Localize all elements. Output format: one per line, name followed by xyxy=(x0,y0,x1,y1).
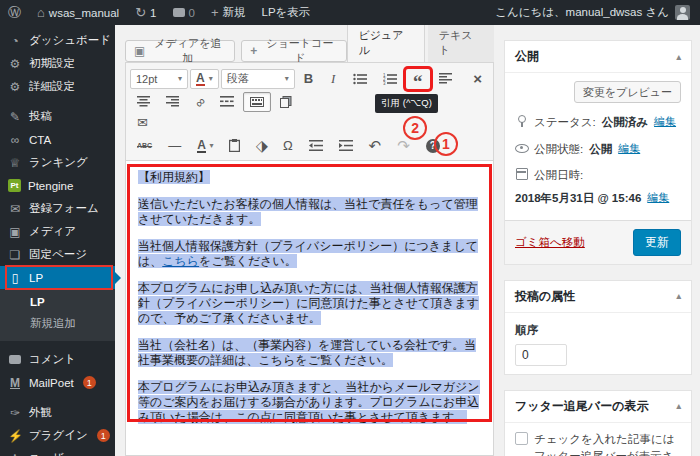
sidebar-item-appearance[interactable]: ✑外観 xyxy=(0,401,115,424)
edit-status-link[interactable]: 編集 xyxy=(654,114,676,130)
underline-a-icon: A xyxy=(197,139,206,153)
updates-count: 1 xyxy=(150,7,156,19)
bold-button[interactable]: B xyxy=(297,69,320,89)
order-input[interactable] xyxy=(515,344,567,366)
visibility-eye-icon xyxy=(515,141,528,154)
copy-pages-icon[interactable] xyxy=(273,92,299,112)
sidebar-item-ptengine[interactable]: PtPtengine xyxy=(0,174,115,197)
paragraph: 本プログラムにお申し込み頂いた方には、当社個人情報保護方針（プライバシーポリシー… xyxy=(138,281,479,325)
comments-count: 0 xyxy=(189,7,195,19)
sidebar-item-mailpoet[interactable]: MMailPoet1 xyxy=(0,371,115,394)
chevron-down-icon: ▾ xyxy=(178,74,182,83)
updates-menu[interactable]: ↻ 1 xyxy=(127,0,164,25)
sidebar-item-posts[interactable]: ✎投稿 xyxy=(0,105,115,128)
site-name: wsas_manual xyxy=(49,7,119,19)
more-tag-button[interactable] xyxy=(213,92,241,112)
award-icon: ♕ xyxy=(8,157,22,169)
add-media-button[interactable]: ▣ メディアを追加 xyxy=(125,40,235,62)
new-content-menu[interactable]: + 新規 xyxy=(203,0,254,25)
visibility-value: 公開 xyxy=(589,141,612,158)
paragraph: 当社（会社名）は、（事業内容）を運営している会社です。当社事業概要の詳細は、こち… xyxy=(138,338,476,367)
publish-panel-header[interactable]: 公開 ▴ xyxy=(505,41,691,73)
sidebar-item-ranking[interactable]: ♕ランキング xyxy=(0,151,115,174)
editor-content[interactable]: 【利用規約】 送信いただいたお客様の個人情報は、当社で責任をもって管理させていた… xyxy=(125,161,494,456)
view-lp-menu[interactable]: LPを表示 xyxy=(254,0,319,25)
text-color-button[interactable]: A ▾ xyxy=(190,136,220,156)
attributes-panel-header[interactable]: 投稿の属性 ▴ xyxy=(505,281,691,313)
media-icon: ▣ xyxy=(134,44,145,58)
edit-visibility-link[interactable]: 編集 xyxy=(618,141,640,157)
footer-bar-checkbox[interactable] xyxy=(515,432,528,445)
sidebar-item-dashboard[interactable]: ◔ダッシュボード xyxy=(0,29,115,52)
site-name-menu[interactable]: ⌂ wsas_manual xyxy=(29,0,127,25)
edit-date-link[interactable]: 編集 xyxy=(647,190,669,206)
publish-column: 公開 ▴ 変更をプレビュー ステータス: 公開済み 編集 公開状態: 公開 編集 xyxy=(504,35,692,456)
indent-button[interactable] xyxy=(332,136,360,156)
horizontal-rule-button[interactable]: — xyxy=(161,136,188,156)
fullscreen-icon[interactable]: × xyxy=(466,69,489,89)
align-right-button[interactable] xyxy=(159,92,186,112)
font-size-select[interactable]: 12pt▾ xyxy=(130,69,188,89)
submenu-item-add-new[interactable]: 新規追加 xyxy=(0,312,115,335)
blockquote-button[interactable]: “ xyxy=(406,69,430,89)
current-item-arrow xyxy=(115,272,121,284)
italic-button[interactable]: I xyxy=(322,69,344,89)
envelope-icon: ✉ xyxy=(8,203,22,215)
collapse-icon[interactable]: ▴ xyxy=(676,291,681,301)
avatar[interactable] xyxy=(675,5,690,20)
sidebar-item-comments[interactable]: コメント xyxy=(0,348,115,371)
main-content: 1 ▣ メディアを追加 + ショートコード ビジュアル テキスト 12pt▾ xyxy=(115,25,700,456)
publish-date-value: 2018年5月31日 @ 15:46 xyxy=(515,190,641,207)
sidebar-item-media[interactable]: ▣メディア xyxy=(0,220,115,243)
toolbar-toggle-button[interactable] xyxy=(243,92,271,112)
howdy-text[interactable]: こんにちは、manual_dwsas さん xyxy=(495,5,669,20)
wp-logo-menu[interactable]: Ⓦ xyxy=(0,0,29,25)
wordpress-logo-icon: Ⓦ xyxy=(8,6,21,19)
dashboard-icon: ◔ xyxy=(8,35,22,47)
sidebar-item-pages[interactable]: ❏固定ページ xyxy=(0,243,115,266)
numbered-list-button[interactable]: 123 xyxy=(376,69,404,89)
tab-text[interactable]: テキスト xyxy=(428,25,494,63)
tab-visual[interactable]: ビジュアル xyxy=(347,25,424,63)
blockquote-tooltip: 引用 (^⌥Q) xyxy=(375,94,438,113)
status-pin-icon xyxy=(515,114,528,127)
privacy-policy-link[interactable]: こちら xyxy=(162,254,199,268)
mailpoet-icon: M xyxy=(8,377,22,389)
collapse-icon[interactable]: ▴ xyxy=(676,52,681,62)
mailpoet-shortcode-button[interactable]: ✉ xyxy=(130,113,155,133)
bullet-list-button[interactable] xyxy=(346,69,374,89)
submenu-item-lp[interactable]: LP xyxy=(0,292,115,312)
collapse-icon[interactable]: ▴ xyxy=(676,401,681,411)
undo-button[interactable]: ↶ xyxy=(362,136,389,156)
sidebar-item-lp[interactable]: ▯ LP xyxy=(0,266,115,289)
sidebar-item-cta[interactable]: ∞CTA xyxy=(0,128,115,151)
paragraph: 本プログラムにお申込み頂きますと、当社からメールマガジン等のご案内をお届けする場… xyxy=(138,380,480,424)
move-to-trash-link[interactable]: ゴミ箱へ移動 xyxy=(515,235,585,250)
calendar-icon xyxy=(515,167,528,180)
strikethrough-button[interactable]: ABC xyxy=(130,136,159,156)
sidebar-item-advanced-settings[interactable]: ⚙詳細設定 xyxy=(0,75,115,98)
outdent-button[interactable] xyxy=(302,136,330,156)
sidebar-item-registration-form[interactable]: ✉登録フォーム xyxy=(0,197,115,220)
update-button[interactable]: 更新 xyxy=(633,229,681,256)
add-shortcode-button[interactable]: + ショートコード xyxy=(241,40,347,62)
align-center-button[interactable] xyxy=(130,92,157,112)
annotation-circle-2: 2 xyxy=(403,116,427,140)
text-color-icon: A xyxy=(196,72,205,86)
preview-changes-button[interactable]: 変更をプレビュー xyxy=(574,81,681,103)
paste-as-text-button[interactable] xyxy=(222,136,247,156)
paragraph-format-select[interactable]: 段落▾ xyxy=(221,69,295,89)
page-icon: ▯ xyxy=(8,272,22,284)
order-label: 順序 xyxy=(515,323,681,338)
align-left-button[interactable] xyxy=(432,69,459,89)
sidebar-item-users[interactable]: ♟ユーザー xyxy=(0,447,115,456)
sidebar-item-initial-settings[interactable]: ⚙初期設定 xyxy=(0,52,115,75)
sidebar-item-plugins[interactable]: ⚡プラグイン1 xyxy=(0,424,115,447)
clear-formatting-button[interactable]: ◪ xyxy=(246,130,277,161)
media-icon: ▣ xyxy=(8,226,22,238)
footer-bar-panel-header[interactable]: フッター追尾バーの表示 ▴ xyxy=(505,391,691,423)
home-icon: ⌂ xyxy=(37,6,45,19)
comments-menu[interactable]: 0 xyxy=(165,0,203,25)
special-character-button[interactable]: Ω xyxy=(276,136,300,156)
text-color-select[interactable]: A▾ xyxy=(190,69,219,89)
